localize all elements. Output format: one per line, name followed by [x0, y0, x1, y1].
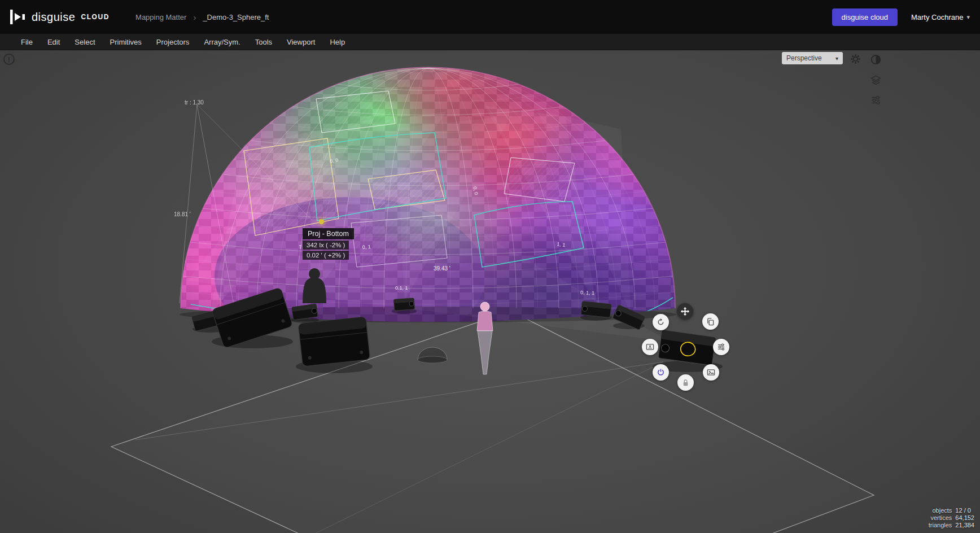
throw-ratio-label: tr : 1.30 [185, 99, 204, 106]
scene-3d[interactable]: 0, 0 0, 0 7, 1 0, 1 1, 1 0, 1, 1 0.1, 1 … [0, 50, 980, 533]
menu-item-tools[interactable]: Tools [248, 34, 279, 50]
viewport-3d[interactable]: 0, 0 0, 0 7, 1 0, 1 1, 1 0, 1, 1 0.1, 1 … [0, 50, 980, 533]
menu-item-projectors[interactable]: Projectors [149, 34, 197, 50]
breadcrumb-separator-icon: › [193, 12, 196, 22]
menu-item-viewport[interactable]: Viewport [279, 34, 322, 50]
breadcrumb-app[interactable]: Mapping Matter [135, 13, 186, 21]
duplicate-tool-button[interactable] [702, 313, 719, 330]
shading-contrast-icon[interactable] [869, 53, 882, 65]
menu-item-edit[interactable]: Edit [40, 34, 67, 50]
stat-value: 64,152 [955, 514, 974, 521]
breadcrumb-project[interactable]: _Demo-3_Sphere_ft [203, 13, 269, 21]
preview-display-button[interactable] [642, 339, 658, 355]
height-dimension-label: 18.81 ' [174, 211, 191, 217]
probe-title: Proj - Bottom [303, 228, 354, 239]
probe-point-marker [319, 219, 324, 224]
test-image-button[interactable] [703, 364, 719, 381]
power-toggle-button[interactable] [653, 364, 669, 381]
disguise-cloud-button[interactable]: disguise cloud [832, 8, 898, 26]
probe-tooltip: Proj - Bottom 342 lx ( -2% ) 0.02 ' ( +2… [303, 228, 354, 260]
probe-pixel-size: 0.02 ' ( +2% ) [303, 251, 349, 260]
properties-sliders-button[interactable] [713, 339, 729, 355]
top-bar: disguise CLOUD Mapping Matter › _Demo-3_… [0, 0, 980, 34]
stat-label: triangles [929, 522, 952, 528]
menu-item-select[interactable]: Select [67, 34, 102, 50]
stat-value: 21,384 [955, 522, 974, 528]
brand-name: disguise [32, 11, 75, 24]
settings-gear-icon[interactable] [849, 53, 861, 65]
rotate-tool-button[interactable] [653, 314, 669, 330]
camera-mode-select[interactable]: Perspective ▾ [782, 52, 843, 64]
disguise-logo-icon[interactable] [10, 9, 25, 25]
top-bar-right: disguise cloud Marty Cochrane ▾ [832, 8, 970, 26]
layers-icon[interactable] [869, 73, 882, 86]
user-menu[interactable]: Marty Cochrane ▾ [911, 13, 970, 21]
stat-value: 12 / 0 [955, 507, 974, 514]
display-adjust-sliders-icon[interactable] [869, 94, 882, 106]
lock-button[interactable] [677, 374, 694, 391]
selected-projector[interactable] [658, 330, 716, 366]
menu-item-primitives[interactable]: Primitives [103, 34, 149, 50]
menu-item-help[interactable]: Help [322, 34, 352, 50]
chevron-down-icon: ▾ [966, 14, 970, 21]
mapping-matter-app: disguise CLOUD Mapping Matter › _Demo-3_… [0, 0, 980, 533]
scene-stats: objects 12 / 0 vertices 64,152 triangles… [929, 507, 974, 528]
chevron-down-icon: ▾ [835, 55, 838, 62]
menu-bar: File Edit Select Primitives Projectors A… [0, 34, 980, 50]
breadcrumb: Mapping Matter › _Demo-3_Sphere_ft [135, 12, 269, 22]
camera-mode-value: Perspective [786, 54, 822, 62]
flight-case[interactable] [298, 317, 370, 366]
projector[interactable] [581, 301, 611, 317]
stat-label: objects [929, 507, 952, 514]
move-tool-button[interactable] [677, 303, 693, 320]
probe-illuminance: 342 lx ( -2% ) [303, 241, 349, 250]
projector[interactable] [393, 298, 414, 311]
menu-item-array-sym[interactable]: Array/Sym. [196, 34, 247, 50]
user-name: Marty Cochrane [911, 13, 963, 21]
menu-item-file[interactable]: File [14, 34, 40, 50]
stat-label: vertices [929, 514, 952, 521]
brand-badge: CLOUD [81, 13, 110, 21]
warning-icon[interactable]: ! [3, 54, 15, 65]
